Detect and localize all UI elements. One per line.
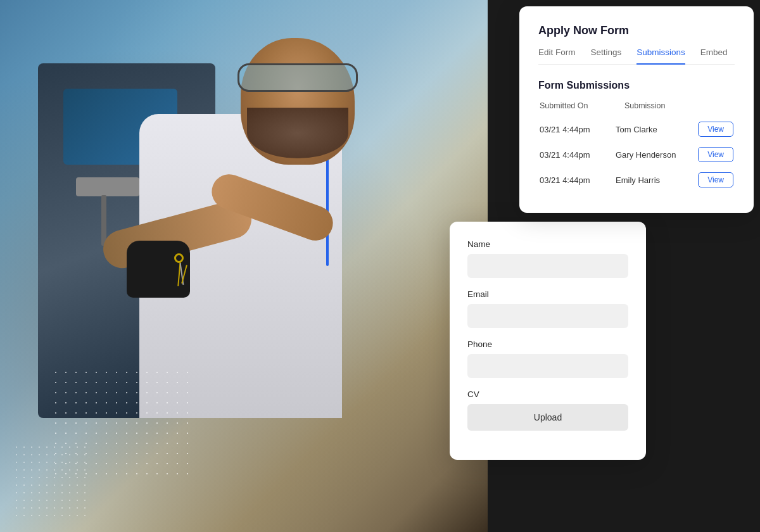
cv-field-group: CV Upload: [467, 390, 628, 431]
dot-pattern-small: [13, 443, 89, 519]
keys: [171, 253, 196, 291]
phone-label: Phone: [467, 339, 628, 349]
phone-input[interactable]: [467, 354, 628, 378]
table-row: 03/21 4:44pm Tom Clarke View: [538, 117, 735, 142]
background-image: [0, 0, 488, 532]
name-input[interactable]: [467, 254, 628, 278]
table-header-row: Submitted On Submission: [538, 101, 735, 110]
row-date-3: 03/21 4:44pm: [540, 175, 609, 185]
view-button-3[interactable]: View: [698, 172, 733, 187]
row-date-2: 03/21 4:44pm: [540, 150, 609, 160]
cv-upload-button[interactable]: Upload: [467, 404, 628, 431]
table-row: 03/21 4:44pm Gary Henderson View: [538, 142, 735, 167]
email-label: Email: [467, 289, 628, 299]
row-date-1: 03/21 4:44pm: [540, 125, 609, 134]
col-header-date: Submitted On: [540, 101, 588, 110]
email-field-group: Email: [467, 289, 628, 328]
tab-edit-form[interactable]: Edit Form: [538, 48, 576, 65]
row-name-2: Gary Henderson: [609, 150, 698, 160]
view-button-2[interactable]: View: [698, 147, 733, 162]
row-name-1: Tom Clarke: [609, 125, 698, 134]
view-button-1[interactable]: View: [698, 122, 733, 137]
email-input[interactable]: [467, 304, 628, 328]
submissions-panel: Apply Now Form Edit Form Settings Submis…: [519, 6, 754, 213]
machine-arm: [76, 177, 139, 196]
col-header-submission: Submission: [624, 101, 666, 110]
safety-glasses: [238, 63, 358, 92]
name-label: Name: [467, 239, 628, 249]
submissions-table: Submitted On Submission 03/21 4:44pm Tom…: [538, 101, 735, 193]
tab-submissions[interactable]: Submissions: [636, 48, 685, 65]
row-name-3: Emily Harris: [609, 175, 698, 185]
table-row: 03/21 4:44pm Emily Harris View: [538, 167, 735, 193]
panel-title: Apply Now Form: [538, 24, 735, 37]
worker-beard: [247, 108, 348, 158]
apply-form-panel: Name Email Phone CV Upload: [450, 222, 646, 460]
tab-embed[interactable]: Embed: [700, 48, 728, 65]
phone-field-group: Phone: [467, 339, 628, 378]
tabs-navigation: Edit Form Settings Submissions Embed: [538, 48, 735, 65]
section-title: Form Submissions: [538, 80, 735, 91]
cv-label: CV: [467, 390, 628, 399]
name-field-group: Name: [467, 239, 628, 278]
tab-settings[interactable]: Settings: [591, 48, 622, 65]
